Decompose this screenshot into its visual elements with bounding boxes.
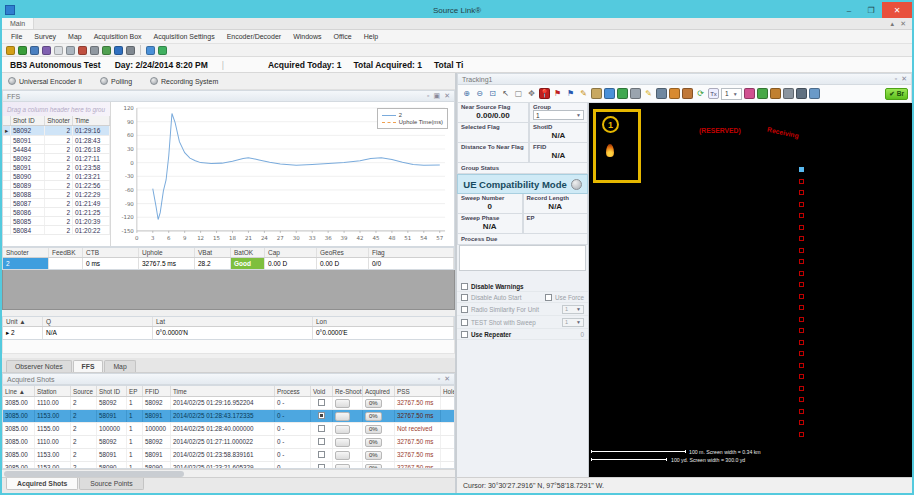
draw-icon[interactable]: ✎ bbox=[643, 88, 654, 99]
ue-compatibility-mode-button[interactable]: UE Compatibility Mode bbox=[457, 174, 588, 194]
person-orange-icon[interactable] bbox=[669, 88, 680, 99]
tx-icon[interactable]: Tx bbox=[708, 88, 719, 99]
shot-row[interactable]: 58090201:23:21 bbox=[3, 172, 110, 181]
column-header-ctb[interactable]: CTB bbox=[83, 248, 139, 257]
checkbox-test-shot-with-sweep[interactable] bbox=[461, 319, 468, 326]
menu-item-acquisition-box[interactable]: Acquisition Box bbox=[89, 32, 147, 41]
source-point-marker[interactable] bbox=[799, 317, 804, 322]
active-source-marker[interactable] bbox=[799, 167, 804, 172]
checkbox-use-repeater[interactable] bbox=[461, 331, 468, 338]
source-point-marker[interactable] bbox=[799, 409, 804, 414]
void-checkbox[interactable] bbox=[318, 464, 325, 470]
shot-row[interactable]: 58086201:21:25 bbox=[3, 208, 110, 217]
shot-row[interactable]: 58084201:20:22 bbox=[3, 226, 110, 235]
flag-red-icon[interactable]: ⚑ bbox=[552, 88, 563, 99]
column-header-source[interactable]: Source bbox=[71, 386, 97, 396]
download-arrow-icon[interactable] bbox=[18, 46, 27, 55]
column-header-line[interactable]: Line ▲ bbox=[3, 386, 35, 396]
column-header-batok[interactable]: BatOK bbox=[231, 248, 265, 257]
menu-item-encoder-decoder[interactable]: Encoder/Decoder bbox=[222, 32, 286, 41]
column-header-pss[interactable]: PSS bbox=[395, 386, 441, 396]
source-point-marker[interactable] bbox=[799, 386, 804, 391]
source-point-marker[interactable] bbox=[799, 432, 804, 437]
panel-close-icon[interactable]: ✕ bbox=[444, 92, 450, 100]
shot-row[interactable]: 58091201:28:43 bbox=[3, 136, 110, 145]
camera-icon[interactable] bbox=[796, 88, 807, 99]
column-header-void[interactable]: Void bbox=[311, 386, 333, 396]
menu-item-file[interactable]: File bbox=[6, 32, 27, 41]
walk-icon[interactable] bbox=[682, 88, 693, 99]
column-header-time[interactable]: Time bbox=[73, 116, 110, 125]
panel-pin-icon[interactable]: ▫ bbox=[427, 92, 429, 100]
panel-close-icon[interactable]: ✕ bbox=[444, 375, 450, 383]
column-header-shooter[interactable]: Shooter bbox=[45, 116, 73, 125]
tab-observer-notes[interactable]: Observer Notes bbox=[6, 360, 72, 372]
acquired-shot-row[interactable]: 3085.001153.002580911580912014/02/25 01:… bbox=[3, 449, 454, 462]
globe-green-icon[interactable] bbox=[757, 88, 768, 99]
re-shoot-button[interactable] bbox=[335, 399, 350, 408]
re-shoot-button[interactable] bbox=[335, 412, 350, 421]
source-point-marker[interactable] bbox=[799, 351, 804, 356]
maximize-button[interactable]: ❐ bbox=[860, 2, 882, 18]
void-checkbox[interactable] bbox=[318, 451, 325, 458]
void-checkbox[interactable] bbox=[318, 425, 325, 432]
source-point-marker[interactable] bbox=[799, 190, 804, 195]
column-header-time[interactable]: Time bbox=[171, 386, 275, 396]
close-button[interactable]: ✕ bbox=[882, 2, 912, 18]
clock-icon[interactable] bbox=[126, 46, 135, 55]
source-point-marker[interactable] bbox=[799, 248, 804, 253]
image-icon[interactable] bbox=[604, 88, 615, 99]
checkbox-disable-auto-start[interactable] bbox=[461, 294, 468, 301]
chart-gray-icon[interactable] bbox=[630, 88, 641, 99]
acquired-progress-button[interactable]: 0% bbox=[365, 425, 382, 434]
source-point-marker[interactable] bbox=[799, 363, 804, 368]
shot-row[interactable]: ▸58092201:29:16 bbox=[3, 126, 110, 136]
acquired-shot-row[interactable]: 3085.001110.002580921580922014/02/25 01:… bbox=[3, 397, 454, 410]
tab-ffs[interactable]: FFS bbox=[73, 360, 104, 372]
mail-icon[interactable] bbox=[66, 46, 75, 55]
column-header-station[interactable]: Station bbox=[35, 386, 71, 396]
menu-item-windows[interactable]: Windows bbox=[288, 32, 326, 41]
source-point-marker[interactable] bbox=[799, 282, 804, 287]
polling-status[interactable]: Polling bbox=[100, 77, 132, 85]
tab-source-points[interactable]: Source Points bbox=[79, 478, 143, 490]
column-header-shooter[interactable]: Shooter bbox=[3, 248, 49, 257]
column-header-ep[interactable]: EP bbox=[127, 386, 143, 396]
menu-item-help[interactable]: Help bbox=[359, 32, 383, 41]
screen-green-icon[interactable] bbox=[158, 46, 167, 55]
source-point-marker[interactable] bbox=[799, 236, 804, 241]
minimize-button[interactable]: – bbox=[838, 2, 860, 18]
horizontal-scrollbar[interactable] bbox=[2, 469, 455, 477]
group-select-dropdown[interactable]: 1 ▼ bbox=[721, 88, 742, 100]
universal-encoder-status[interactable]: Universal Encoder II bbox=[8, 77, 82, 85]
palette-icon[interactable] bbox=[744, 88, 755, 99]
shot-row[interactable]: 58091201:23:58 bbox=[3, 163, 110, 172]
acquired-shot-row[interactable]: 3085.001153.002580911580912014/02/25 01:… bbox=[3, 410, 454, 423]
select-cursor-icon[interactable]: ↖ bbox=[500, 88, 511, 99]
column-header-cap[interactable]: Cap bbox=[265, 248, 317, 257]
source-point-marker[interactable] bbox=[799, 374, 804, 379]
screen-blue-icon[interactable] bbox=[146, 46, 155, 55]
column-header-acquired[interactable]: Acquired bbox=[363, 386, 395, 396]
recording-system-status[interactable]: Recording System bbox=[150, 77, 218, 85]
attach-icon[interactable] bbox=[591, 88, 602, 99]
pan-icon[interactable]: ✥ bbox=[526, 88, 537, 99]
source-point-marker[interactable] bbox=[799, 202, 804, 207]
column-header-geores[interactable]: GeoRes bbox=[317, 248, 369, 257]
re-shoot-button[interactable] bbox=[335, 438, 350, 447]
tab-acquired-shots[interactable]: Acquired Shots bbox=[6, 478, 78, 490]
source-point-marker[interactable] bbox=[799, 271, 804, 276]
tracking-map[interactable]: 1 100 m. Screen width = 0.34 km 100 yd. … bbox=[589, 103, 912, 477]
edit-pencil-icon[interactable] bbox=[6, 46, 15, 55]
column-header-shot-id[interactable]: Shot ID bbox=[97, 386, 127, 396]
menu-item-office[interactable]: Office bbox=[329, 32, 357, 41]
void-checkbox[interactable] bbox=[318, 412, 325, 419]
dock-pin-icon[interactable]: ▴ bbox=[891, 20, 895, 28]
acquired-progress-button[interactable]: 0% bbox=[365, 412, 382, 421]
tab-map[interactable]: Map bbox=[104, 360, 135, 372]
scrollbar-thumb[interactable] bbox=[4, 471, 184, 477]
checkbox-disable-warnings[interactable] bbox=[461, 283, 468, 290]
source-point-marker[interactable] bbox=[799, 179, 804, 184]
acquired-shot-row[interactable]: 3085.001110.002580921580922014/02/25 01:… bbox=[3, 436, 454, 449]
panel-maximize-icon[interactable]: ▫ bbox=[895, 75, 897, 83]
